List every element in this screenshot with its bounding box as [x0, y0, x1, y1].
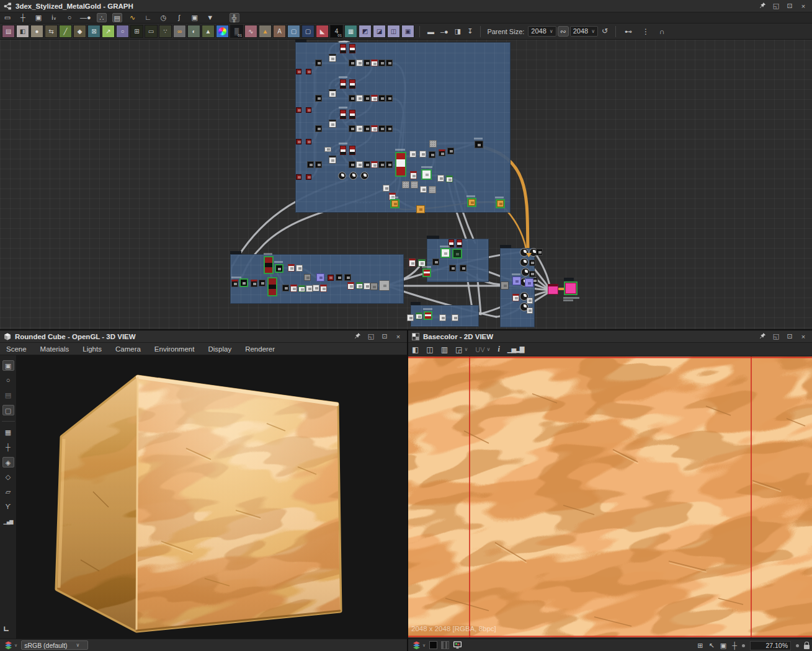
graph-node[interactable]	[329, 89, 336, 97]
graph-node[interactable]	[239, 278, 248, 287]
maximize-icon[interactable]: ⊡	[380, 332, 390, 340]
graph-node[interactable]	[424, 311, 432, 320]
cube-mesh-icon[interactable]: ◈	[2, 457, 14, 467]
graph-node[interactable]	[386, 95, 393, 102]
graph-node[interactable]	[536, 249, 543, 255]
link-creation-icon[interactable]: —●	[80, 13, 91, 22]
menu-materials[interactable]: Materials	[40, 345, 69, 353]
graph-node[interactable]	[395, 152, 406, 177]
zoom-in-dot[interactable]	[796, 644, 799, 647]
graph-node[interactable]	[520, 248, 529, 257]
pin-icon[interactable]	[352, 332, 362, 340]
graph-node[interactable]	[548, 284, 558, 294]
graph-node[interactable]	[416, 205, 425, 213]
graph-node[interactable]	[296, 107, 301, 113]
graph-node[interactable]	[452, 314, 458, 321]
node-palette-icon-1[interactable]: ◧	[16, 25, 29, 38]
graph-node[interactable]	[411, 181, 418, 188]
snap-magnet-icon[interactable]: ∩	[659, 27, 665, 36]
graph-node[interactable]	[329, 54, 336, 62]
graph-node[interactable]	[360, 172, 368, 180]
graph-node[interactable]	[304, 274, 311, 281]
node-palette-icon-16[interactable]: ▒01	[230, 25, 243, 38]
graph-node[interactable]	[527, 308, 533, 314]
node-palette-icon-21[interactable]: ▢	[301, 25, 315, 38]
pin-icon[interactable]	[757, 332, 767, 340]
node-palette-icon-15[interactable]	[216, 25, 229, 38]
node-palette-icon-14[interactable]: ▲	[202, 25, 215, 38]
checker-background-icon[interactable]: ⊞	[697, 642, 703, 650]
graph-node[interactable]	[259, 280, 265, 286]
graph-node[interactable]	[356, 161, 363, 168]
graph-node[interactable]	[316, 273, 324, 281]
graph-node[interactable]	[429, 140, 437, 148]
align-vertical-icon[interactable]: ⋮	[642, 27, 649, 36]
graph-node[interactable]	[315, 60, 322, 66]
compute-time-icon[interactable]: ◷	[159, 13, 169, 22]
graph-node[interactable]	[460, 265, 466, 272]
graph-node[interactable]	[231, 280, 238, 287]
graph-node[interactable]	[378, 95, 385, 102]
node-palette-icon-24[interactable]: ▦	[344, 25, 357, 38]
thumbnail-icon[interactable]: ▣	[190, 13, 200, 22]
graph-node[interactable]	[340, 79, 346, 89]
graph-node[interactable]	[437, 175, 444, 182]
elbow-links-icon[interactable]: ∟	[143, 13, 153, 22]
graph-node[interactable]	[378, 161, 385, 168]
color-layers-icon[interactable]	[412, 641, 421, 650]
graph-node[interactable]	[512, 294, 519, 301]
graph-node[interactable]	[420, 186, 427, 193]
graph-node[interactable]	[328, 275, 334, 281]
close-icon[interactable]: ×	[798, 2, 808, 10]
graph-node[interactable]	[336, 274, 342, 281]
graph-node[interactable]	[409, 151, 416, 157]
graph-node[interactable]	[527, 298, 533, 304]
link-display-icon[interactable]: ∿	[128, 13, 138, 22]
graph-node[interactable]	[364, 283, 370, 290]
graph-node[interactable]	[419, 151, 426, 157]
graph-node[interactable]	[296, 139, 301, 144]
background-stripes-swatch[interactable]	[441, 641, 449, 649]
environment-image-icon[interactable]: ▤	[2, 390, 14, 401]
node-palette-icon-13[interactable]: ◐	[187, 25, 200, 38]
graph-node[interactable]	[496, 199, 505, 208]
light-icon[interactable]: ○	[2, 375, 14, 386]
graph-node[interactable]	[564, 281, 578, 295]
node-palette-icon-12[interactable]: ∞	[173, 25, 186, 38]
filter-icon[interactable]: ▼	[205, 13, 215, 22]
view3d-viewport[interactable]: ▣○▤▢▦┼◈◇▱ϒ▁▄▆ ┗╸	[0, 355, 408, 639]
graph-node[interactable]	[512, 277, 521, 285]
node-palette-icon-10[interactable]: ▭	[145, 25, 158, 38]
graph-node[interactable]	[264, 256, 274, 274]
graph-node[interactable]	[320, 285, 327, 292]
parent-size-width-select[interactable]: 2048∨	[528, 26, 556, 37]
graph-node[interactable]	[349, 110, 355, 119]
graph-node[interactable]	[306, 139, 311, 144]
node-palette-icon-27[interactable]: ◫	[387, 25, 400, 38]
info-icon[interactable]: i∨	[49, 13, 59, 22]
graph-node[interactable]	[356, 282, 363, 289]
pin-node-icon[interactable]: ↧	[467, 27, 473, 35]
menu-renderer[interactable]: Renderer	[245, 345, 275, 353]
node-palette-icon-20[interactable]: ▢	[287, 25, 300, 38]
search-icon[interactable]: ○	[65, 13, 74, 22]
graph-node[interactable]	[439, 314, 446, 321]
graph-node[interactable]	[349, 172, 357, 180]
info-icon[interactable]: i	[497, 345, 499, 354]
close-icon[interactable]: ×	[798, 333, 808, 340]
node-palette-icon-18[interactable]: ▲	[259, 25, 272, 38]
zoom-out-dot[interactable]	[742, 644, 745, 647]
scene-tree-icon[interactable]: ┗╸	[2, 627, 11, 635]
node-palette-icon-17[interactable]: ∿	[244, 25, 257, 38]
menu-environment[interactable]: Environment	[154, 345, 195, 353]
zoom-level-input[interactable]	[750, 641, 791, 650]
material-icon[interactable]: ▦	[2, 427, 14, 438]
graph-view-icon[interactable]: ∴	[97, 13, 107, 22]
graph-node[interactable]	[379, 280, 390, 291]
graph-node[interactable]	[364, 60, 370, 66]
graph-node[interactable]	[349, 60, 355, 66]
graph-node[interactable]	[410, 171, 417, 179]
graph-node[interactable]	[529, 260, 535, 266]
screenshot-icon[interactable]: ▣	[33, 13, 43, 22]
graph-node[interactable]	[452, 249, 462, 259]
